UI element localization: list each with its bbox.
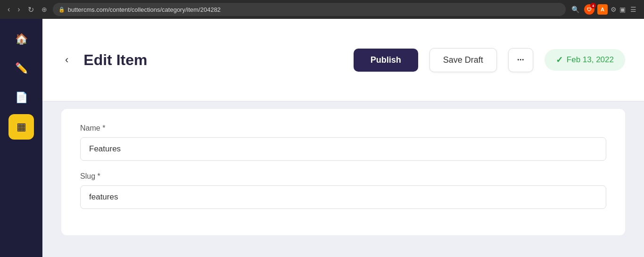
address-text: buttercms.com/content/collections/catego… [68, 6, 221, 13]
browser-actions: 🔍 🛡 4 A ⚙ ▣ ☰ [570, 4, 638, 15]
app-layout: 🏠 ✏️ 📄 ▦ ‹ Edit Item Publish Save Draft … [0, 19, 644, 257]
content-area: ‹ Edit Item Publish Save Draft ··· ✓ Feb… [42, 19, 644, 257]
publish-button[interactable]: Publish [354, 49, 418, 72]
brave-shield-button[interactable]: 🛡 4 [584, 4, 594, 15]
shield-badge: 4 [590, 3, 596, 8]
page-title: Edit Item [83, 51, 342, 69]
blog-icon: ✏️ [15, 62, 28, 75]
header-panel: ‹ Edit Item Publish Save Draft ··· ✓ Feb… [42, 19, 644, 101]
form-panel: Name * Slug * [61, 109, 625, 235]
forward-button[interactable]: › [16, 3, 22, 16]
lock-icon: 🔒 [58, 7, 65, 13]
sidebar-item-pages[interactable]: 📄 [8, 85, 34, 110]
search-button[interactable]: 🔍 [570, 4, 581, 15]
status-badge: ✓ Feb 13, 2022 [545, 49, 625, 71]
save-draft-button[interactable]: Save Draft [429, 48, 497, 72]
sidebar-item-home[interactable]: 🏠 [8, 26, 34, 52]
menu-button[interactable]: ☰ [628, 4, 638, 15]
name-label: Name * [80, 124, 606, 133]
sidebar-item-collections[interactable]: ▦ [8, 114, 34, 140]
slug-label: Slug * [80, 172, 606, 181]
wallet-button[interactable]: ▣ [619, 6, 626, 13]
extensions-button[interactable]: ⚙ [611, 6, 617, 13]
brave-logo[interactable]: A [597, 4, 608, 15]
refresh-button[interactable]: ↻ [26, 3, 36, 16]
collections-icon: ▦ [17, 121, 26, 133]
back-button[interactable]: ‹ [6, 3, 12, 16]
address-bar[interactable]: 🔒 buttercms.com/content/collections/cate… [53, 3, 566, 16]
sidebar-item-blog[interactable]: ✏️ [8, 56, 34, 81]
slug-input[interactable] [80, 185, 606, 209]
home-icon: 🏠 [15, 33, 28, 45]
status-date: Feb 13, 2022 [567, 55, 614, 65]
more-options-button[interactable]: ··· [508, 48, 533, 72]
name-input[interactable] [80, 137, 606, 161]
bookmark-button[interactable]: ⊕ [40, 4, 49, 15]
back-to-list-button[interactable]: ‹ [61, 52, 72, 68]
browser-chrome: ‹ › ↻ ⊕ 🔒 buttercms.com/content/collecti… [0, 0, 644, 19]
check-icon: ✓ [556, 55, 563, 65]
sidebar: 🏠 ✏️ 📄 ▦ [0, 19, 42, 257]
pages-icon: 📄 [15, 91, 28, 104]
